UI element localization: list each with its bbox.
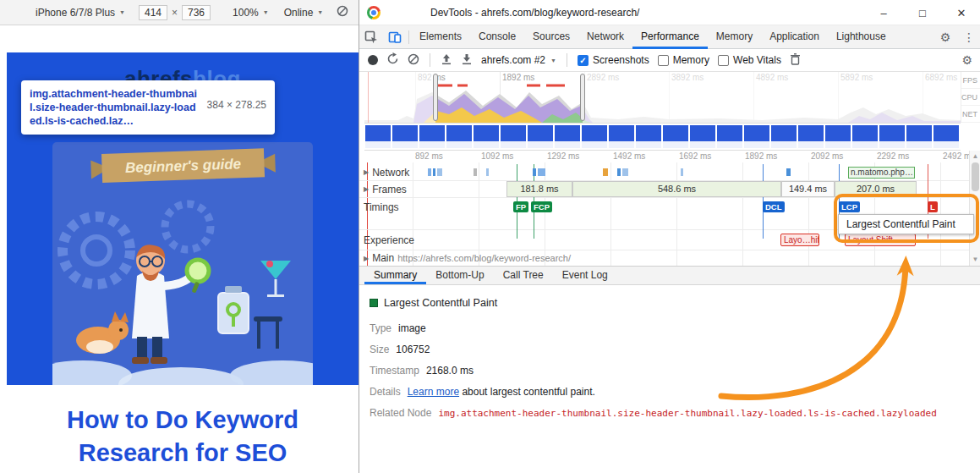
capture-settings-gear-icon[interactable]: ⚙ xyxy=(961,53,972,67)
network-request-bar[interactable] xyxy=(474,168,477,176)
network-request-bar[interactable] xyxy=(437,168,442,176)
divider xyxy=(408,30,409,44)
scrollbar-thumb[interactable] xyxy=(972,162,979,191)
type-value: image xyxy=(398,322,426,334)
tab-summary[interactable]: Summary xyxy=(364,267,426,284)
network-request-matomo[interactable]: n.matomo.php… xyxy=(848,167,915,179)
load-profile-icon[interactable] xyxy=(441,53,452,68)
layout-shift-chip[interactable]: Layout Shift xyxy=(845,234,916,246)
tab-call-tree[interactable]: Call Tree xyxy=(494,267,553,284)
summary-related-node-row: Related Nodeimg.attachment-header-thumbn… xyxy=(370,407,937,419)
network-request-bar[interactable] xyxy=(786,168,791,176)
layout-shift-chip[interactable]: Layo…hift xyxy=(780,234,819,246)
timeline-overview[interactable]: 892 ms 1892 ms 2892 ms 3892 ms 4892 ms 5… xyxy=(364,72,961,123)
jar-with-key xyxy=(218,286,249,333)
selection-handle-left[interactable] xyxy=(433,74,438,121)
lcp-badge[interactable]: LCP xyxy=(839,201,860,212)
screenshots-checkbox[interactable]: ✓ Screenshots xyxy=(578,54,649,66)
recording-history-select[interactable]: ahrefs.com #2 ▼ xyxy=(481,54,556,66)
screenshot-filmstrip[interactable] xyxy=(364,123,961,151)
frame-block[interactable]: 207.0 ms xyxy=(835,181,917,197)
element-inspect-tooltip: img.attachment-header-thumbnail.size-hea… xyxy=(21,80,275,135)
dcl-badge[interactable]: DCL xyxy=(763,201,785,212)
network-request-bar[interactable] xyxy=(538,168,545,176)
chevron-down-icon: ▼ xyxy=(317,9,323,15)
main-track-toggle[interactable]: ▶ Main https://ahrefs.com/blog/keyword-r… xyxy=(364,252,571,264)
network-request-bar[interactable] xyxy=(433,168,435,176)
scroll-down-icon[interactable]: ▼ xyxy=(970,256,980,263)
throttling-select[interactable]: Online ▼ xyxy=(284,7,324,19)
inspected-selector: img.attachment-header-thumbnail.size-hea… xyxy=(30,87,199,128)
tab-lighthouse[interactable]: Lighthouse xyxy=(828,25,895,49)
frames-track-toggle[interactable]: ▶ Frames xyxy=(364,184,407,195)
viewport-height-input[interactable] xyxy=(182,5,211,20)
frame-block[interactable]: 548.6 ms xyxy=(572,181,781,197)
tab-sources[interactable]: Sources xyxy=(524,25,578,49)
clear-recording-icon[interactable] xyxy=(408,53,419,68)
network-request-bar[interactable] xyxy=(603,168,608,176)
web-vitals-checkbox[interactable]: Web Vitals xyxy=(718,54,781,66)
ruler-tick: 1892 ms xyxy=(745,151,777,161)
longtask-badge[interactable]: L xyxy=(928,201,938,212)
window-title: DevTools - ahrefs.com/blog/keyword-resea… xyxy=(430,7,639,19)
selection-handle-right[interactable] xyxy=(580,74,585,121)
ruler-tick: 1292 ms xyxy=(547,151,579,161)
timings-track-label[interactable]: Timings xyxy=(364,201,399,213)
chrome-icon-center xyxy=(370,8,378,17)
settings-gear-icon[interactable]: ⚙ xyxy=(933,25,957,49)
close-button[interactable]: ✕ xyxy=(942,0,980,25)
block-icon[interactable] xyxy=(337,5,348,19)
minimize-button[interactable]: – xyxy=(864,0,903,25)
tab-bottom-up[interactable]: Bottom-Up xyxy=(426,267,493,284)
viewport-width-input[interactable] xyxy=(139,5,167,20)
record-icon[interactable] xyxy=(368,55,378,65)
network-request-bar[interactable] xyxy=(622,168,628,176)
frame-block[interactable]: 181.8 ms xyxy=(506,181,572,197)
tab-console[interactable]: Console xyxy=(470,25,524,49)
zoom-select[interactable]: 100% ▼ xyxy=(233,7,269,19)
page-title-line2: Research for SEO xyxy=(7,437,359,470)
device-emulation-area: ahrefsblog Beginner's guide xyxy=(0,25,359,473)
frame-block[interactable]: 149.4 ms xyxy=(781,181,835,197)
tab-application[interactable]: Application xyxy=(761,25,828,49)
network-request-bar[interactable] xyxy=(617,168,621,176)
inspect-element-icon[interactable] xyxy=(359,25,383,49)
scroll-up-icon[interactable]: ▲ xyxy=(970,152,980,160)
network-request-bar[interactable] xyxy=(533,168,536,176)
more-options-icon[interactable]: ⋮ xyxy=(957,25,980,49)
summary-pane: Largest Contentful Paint Typeimage Size1… xyxy=(359,285,980,473)
main-track: ▶ Main https://ahrefs.com/blog/keyword-r… xyxy=(359,250,969,266)
network-request-bar[interactable] xyxy=(428,168,431,176)
device-toolbar-toggle-icon[interactable] xyxy=(383,25,407,49)
network-request-bar[interactable] xyxy=(486,168,489,176)
tab-network[interactable]: Network xyxy=(578,25,632,49)
fp-badge[interactable]: FP xyxy=(513,201,528,212)
network-track-label: Network xyxy=(372,167,409,179)
reload-and-record-icon[interactable] xyxy=(386,52,399,68)
tab-memory[interactable]: Memory xyxy=(708,25,761,49)
device-select[interactable]: iPhone 6/7/8 Plus ▼ xyxy=(36,7,125,19)
tab-event-log[interactable]: Event Log xyxy=(553,267,617,284)
learn-more-link[interactable]: Learn more xyxy=(408,386,459,398)
performance-toolbar: ahrefs.com #2 ▼ ✓ Screenshots Memory Web… xyxy=(359,49,980,72)
trash-icon[interactable] xyxy=(790,53,801,68)
related-node-value[interactable]: img.attachment-header-thumbnail.size-hea… xyxy=(438,408,936,419)
hero-illustration: Beginner's guide xyxy=(52,142,313,386)
frames-track-label: Frames xyxy=(372,184,407,195)
screen: iPhone 6/7/8 Plus ▼ × 100% ▼ Online ▼ ah… xyxy=(0,0,980,473)
tracks-scrollbar: ▲ ▼ xyxy=(969,151,980,266)
memory-checkbox[interactable]: Memory xyxy=(658,54,709,66)
experience-track-label[interactable]: Experience xyxy=(364,234,414,246)
divider xyxy=(567,53,567,67)
network-track-toggle[interactable]: ▶ Network xyxy=(364,167,409,179)
fcp-badge[interactable]: FCP xyxy=(531,201,552,212)
tab-elements[interactable]: Elements xyxy=(411,25,470,49)
network-request-bar[interactable] xyxy=(681,168,683,176)
save-profile-icon[interactable] xyxy=(461,53,473,68)
checkbox-unchecked-icon xyxy=(658,55,669,66)
maximize-button[interactable]: □ xyxy=(903,0,942,25)
details-text: about largest contentful paint. xyxy=(462,386,594,398)
tab-performance[interactable]: Performance xyxy=(632,25,708,49)
chevron-down-icon: ▼ xyxy=(119,9,125,15)
frames-track: ▶ Frames 181.8 ms 548.6 ms 149.4 ms 207.… xyxy=(359,181,969,198)
